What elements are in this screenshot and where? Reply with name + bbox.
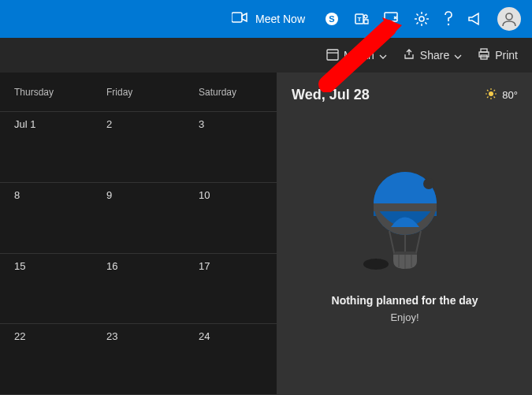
temperature-label: 80° — [502, 89, 518, 101]
svg-line-13 — [425, 22, 426, 24]
svg-rect-34 — [374, 203, 437, 211]
calendar-day-cell[interactable]: 15 — [0, 254, 92, 324]
calendar-day-cell[interactable]: 22 — [0, 324, 92, 394]
chevron-down-icon — [379, 49, 387, 61]
sun-icon — [485, 88, 497, 102]
svg-line-15 — [425, 14, 426, 16]
weather-widget[interactable]: 80° — [485, 88, 518, 102]
announce-icon[interactable] — [467, 12, 483, 26]
svg-line-12 — [417, 14, 419, 16]
calendar-day-cell[interactable]: 23 — [92, 324, 184, 394]
feedback-icon[interactable] — [384, 12, 400, 26]
svg-rect-0 — [232, 13, 242, 22]
settings-icon[interactable] — [414, 11, 430, 27]
col-header: Thursday — [0, 73, 92, 111]
svg-rect-35 — [374, 211, 437, 216]
svg-line-31 — [494, 90, 496, 91]
view-month-button[interactable]: Month — [326, 48, 387, 63]
calendar-body: Jul 1 2 3 8 9 10 15 16 17 22 23 24 — [0, 112, 277, 395]
video-icon — [232, 12, 247, 26]
svg-line-30 — [487, 97, 489, 99]
print-button[interactable]: Print — [478, 48, 518, 63]
svg-line-29 — [494, 97, 496, 99]
person-icon — [500, 10, 518, 28]
share-icon — [403, 48, 415, 63]
svg-line-28 — [487, 90, 489, 91]
calendar-day-cell[interactable]: 3 — [184, 112, 277, 182]
main-area: Thursday Friday Saturday Jul 1 2 3 8 9 1… — [0, 73, 532, 395]
empty-title: Nothing planned for the day — [332, 294, 478, 307]
calendar-day-cell[interactable]: 8 — [0, 183, 92, 253]
svg-text:S: S — [329, 14, 334, 24]
calendar-icon — [326, 48, 339, 63]
svg-point-5 — [364, 15, 367, 18]
calendar-week-row: Jul 1 2 3 — [0, 112, 277, 183]
svg-point-16 — [448, 24, 449, 25]
empty-state: Nothing planned for the day Enjoy! — [277, 113, 532, 395]
account-avatar[interactable] — [497, 7, 521, 31]
svg-point-23 — [489, 91, 493, 96]
calendar-day-cell[interactable]: 17 — [184, 254, 277, 324]
col-header: Saturday — [184, 73, 277, 111]
app-topbar: Meet Now S T — [0, 0, 532, 38]
chevron-down-icon — [454, 49, 462, 61]
share-label: Share — [420, 49, 449, 61]
teams-icon[interactable]: T — [354, 11, 370, 27]
calendar-grid: Thursday Friday Saturday Jul 1 2 3 8 9 1… — [0, 73, 277, 395]
selected-date-label: Wed, Jul 28 — [292, 87, 370, 103]
empty-subtitle: Enjoy! — [390, 311, 419, 323]
calendar-day-cell[interactable]: 10 — [184, 183, 277, 253]
calendar-day-cell[interactable]: Jul 1 — [0, 112, 92, 182]
share-button[interactable]: Share — [403, 48, 462, 63]
calendar-day-cell[interactable]: 9 — [92, 183, 184, 253]
day-detail-panel: Wed, Jul 28 80° — [277, 73, 532, 395]
svg-point-7 — [419, 17, 424, 21]
meet-now-button[interactable]: Meet Now — [232, 12, 305, 26]
svg-point-32 — [363, 259, 389, 270]
svg-point-36 — [423, 178, 434, 189]
balloon-illustration — [362, 168, 448, 278]
svg-rect-18 — [327, 50, 338, 60]
print-label: Print — [495, 49, 518, 61]
svg-line-14 — [417, 22, 419, 24]
svg-point-17 — [506, 13, 512, 20]
svg-text:T: T — [358, 16, 362, 23]
print-icon — [478, 48, 490, 63]
calendar-day-cell[interactable]: 2 — [92, 112, 184, 182]
calendar-week-row: 15 16 17 — [0, 254, 277, 325]
calendar-day-cell[interactable]: 16 — [92, 254, 184, 324]
calendar-week-row: 8 9 10 — [0, 183, 277, 254]
detail-header: Wed, Jul 28 80° — [277, 73, 532, 113]
calendar-day-cell[interactable]: 24 — [184, 324, 277, 394]
calendar-week-row: 22 23 24 — [0, 324, 277, 395]
calendar-header-row: Thursday Friday Saturday — [0, 73, 277, 112]
view-toolbar: Month Share Print — [0, 38, 532, 73]
meet-now-label: Meet Now — [255, 13, 305, 25]
col-header: Friday — [92, 73, 184, 111]
skype-icon[interactable]: S — [324, 11, 340, 27]
help-icon[interactable] — [444, 11, 453, 27]
view-month-label: Month — [344, 49, 374, 61]
